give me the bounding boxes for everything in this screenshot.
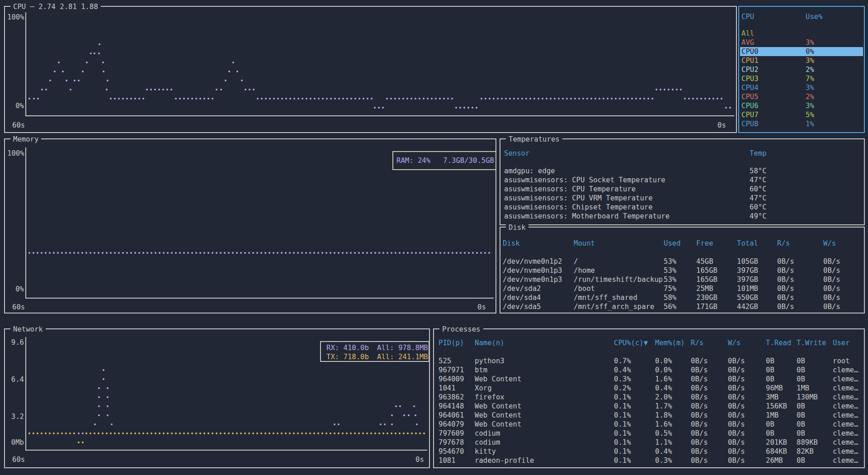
temp-header-sensor[interactable]: Sensor: [504, 149, 529, 158]
network-y-axis: [25, 337, 26, 451]
process-row[interactable]: 964009Web Content0.3%1.6%0B/s0B/s0B0Bcle…: [434, 375, 864, 384]
process-header-0[interactable]: PID(p): [439, 338, 464, 347]
disk-cell: 397GB: [737, 275, 758, 284]
cpu-table-row[interactable]: CPU37%: [739, 74, 864, 83]
memory-graph-panel: Memory 100% 0% 60s 0s RAM: 24% 7.3GB/30.…: [4, 138, 496, 314]
process-row[interactable]: 964148Web Content0.1%1.7%0B/s0B/s156KB0B…: [434, 402, 864, 411]
process-cell: cleme…: [833, 456, 858, 465]
cpu-table-row[interactable]: CPU13%: [739, 56, 864, 65]
process-cell: 967971: [439, 366, 464, 375]
process-cell: 0B/s: [691, 393, 708, 402]
disk-cell: 0B/s: [823, 302, 840, 311]
disk-row[interactable]: /dev/nvme0n1p2/53%45GB105GB0B/s0B/s: [500, 257, 864, 266]
disk-cell: 25MB: [696, 284, 713, 293]
process-header-3[interactable]: Mem%(m): [655, 338, 685, 347]
disk-row[interactable]: /dev/nvme0n1p3/home53%165GB397GB0B/s0B/s: [500, 266, 864, 275]
temp-header-temp[interactable]: Temp: [750, 149, 767, 158]
disk-row[interactable]: /dev/nvme0n1p3/run/timeshift/backup53%16…: [500, 275, 864, 284]
cpu-table-row[interactable]: AVG3%: [739, 38, 864, 47]
process-header-6[interactable]: T.Read: [766, 338, 791, 347]
process-row[interactable]: 954670kitty0.1%0.4%0B/s0B/s684KB82KBclem…: [434, 447, 864, 456]
process-cell: 0.4%: [614, 366, 631, 375]
process-row[interactable]: 967971btm0.4%0.0%0B/s0B/s0B0Bcleme…: [434, 366, 864, 375]
temperature-row[interactable]: asuswmisensors: CPU Socket Temperature47…: [500, 176, 864, 185]
network-panel-title: Network: [10, 325, 46, 334]
cpu-table-row[interactable]: All: [739, 29, 864, 38]
process-cell: 1MB: [766, 411, 778, 420]
process-row[interactable]: 797609codium0.1%0.5%0B/s0B/s0B0Bcleme…: [434, 429, 864, 438]
temperature-row[interactable]: asuswmisensors: CPU Temperature60°C: [500, 185, 864, 194]
process-row[interactable]: 963862firefox0.1%2.0%0B/s0B/s3MB130MBcle…: [434, 393, 864, 402]
disk-header-4[interactable]: Total: [737, 239, 758, 248]
process-row[interactable]: 964079Web Content0.1%1.6%0B/s0B/s0B0Bcle…: [434, 420, 864, 429]
process-cell: 26MB: [766, 456, 783, 465]
disk-header-3[interactable]: Free: [696, 239, 713, 248]
process-cell: 684KB: [766, 447, 787, 456]
process-cell: 0.2%: [614, 384, 631, 393]
process-cell: codium: [475, 438, 500, 447]
disk-row[interactable]: /dev/sda2/boot75%25MB101MB0B/s0B/s: [500, 284, 864, 293]
process-cell: 1MB: [797, 384, 809, 393]
process-header-5[interactable]: W/s: [728, 338, 741, 347]
process-cell: 0B: [766, 375, 774, 384]
cpu-title-text: CPU: [13, 3, 26, 11]
disk-cell: 53%: [664, 275, 676, 284]
disk-header-5[interactable]: R/s: [777, 239, 790, 248]
process-row[interactable]: 964061Web Content0.1%1.8%0B/s0B/s1MB0Bcl…: [434, 411, 864, 420]
process-cell: 0.3%: [655, 456, 672, 465]
disk-row[interactable]: /dev/sda4/mnt/sff_shared58%230GB550GB0B/…: [500, 293, 864, 302]
process-cell: cleme…: [833, 411, 858, 420]
process-cell: codium: [475, 429, 500, 438]
process-header-4[interactable]: R/s: [691, 338, 703, 347]
process-row[interactable]: 1041Xorg0.2%0.4%0B/s0B/s96MB1MBcleme…: [434, 384, 864, 393]
process-cell: 1.8%: [655, 411, 672, 420]
disk-header-1[interactable]: Mount: [574, 239, 595, 248]
disk-cell: 0B/s: [777, 275, 794, 284]
process-row[interactable]: 1081radeon-profile0.1%0.3%0B/s0B/s26MB0B…: [434, 456, 864, 465]
cpu-table-row[interactable]: CPU63%: [739, 101, 864, 110]
process-cell: 1081: [439, 456, 456, 465]
disk-header-2[interactable]: Used: [664, 239, 681, 248]
temperature-row[interactable]: asuswmisensors: Chipset Temperature60°C: [500, 203, 864, 212]
cpu-table-row[interactable]: CPU22%: [739, 65, 864, 74]
cpu-core-label: CPU7: [741, 110, 759, 119]
process-row[interactable]: 525python30.7%0.0%0B/s0B/s0B0Broot: [434, 356, 864, 366]
temperature-row[interactable]: asuswmisensors: Motherboard Temperature4…: [500, 212, 864, 221]
process-cell: Web Content: [475, 420, 521, 429]
cpu-table-row[interactable]: CPU00%: [739, 47, 864, 56]
cpu-table-row[interactable]: CPU75%: [739, 110, 864, 119]
process-cell: 0B/s: [728, 420, 745, 429]
process-header-7[interactable]: T.Write: [797, 338, 826, 347]
cpu-table-row[interactable]: CPU43%: [739, 83, 864, 92]
disk-header-6[interactable]: W/s: [823, 239, 836, 248]
cpu-table-row[interactable]: CPU52%: [739, 92, 864, 101]
temperature-row[interactable]: asuswmisensors: CPU VRM Temperature47°C: [500, 194, 864, 203]
process-cell: cleme…: [833, 420, 858, 429]
process-header-2[interactable]: CPU%(c)▼: [614, 338, 648, 347]
disk-header-0[interactable]: Disk: [503, 239, 520, 248]
process-row[interactable]: 797678codium0.1%1.1%0B/s0B/s201KB889KBcl…: [434, 438, 864, 447]
cpu-table-panel[interactable]: CPU Use% AllAVG3%CPU00%CPU13%CPU22%CPU37…: [738, 6, 865, 133]
cpu-core-label: AVG: [741, 38, 754, 47]
temperature-row[interactable]: amdgpu: edge58°C: [500, 166, 864, 176]
process-cell: 0B: [797, 402, 805, 411]
disk-row[interactable]: /dev/sda5/mnt/sff_arch_spare56%171GB442G…: [500, 302, 864, 311]
cpu-core-usage: 0%: [806, 47, 814, 56]
disk-cell: /home: [574, 266, 595, 275]
process-cell: Web Content: [475, 411, 521, 420]
process-cell: 0B/s: [691, 366, 708, 375]
process-cell: cleme…: [833, 366, 858, 375]
cpu-table-row[interactable]: CPU81%: [739, 119, 864, 128]
process-cell: 1.6%: [655, 420, 672, 429]
cpu-table-header-cpu[interactable]: CPU: [741, 12, 754, 21]
disk-cell: 0B/s: [777, 293, 794, 302]
network-stats-box: RX: 410.0b All: 978.8MB TX: 718.0b All: …: [320, 341, 429, 362]
process-cell: 0.1%: [614, 429, 631, 438]
title-separator: ─: [30, 3, 34, 11]
process-cell: 96MB: [766, 384, 783, 393]
cpu-table-header-use[interactable]: Use%: [806, 12, 823, 21]
process-cell: 0B/s: [728, 356, 745, 366]
process-cell: cleme…: [833, 429, 858, 438]
process-header-8[interactable]: User: [833, 338, 850, 347]
process-header-1[interactable]: Name(n): [475, 338, 505, 347]
